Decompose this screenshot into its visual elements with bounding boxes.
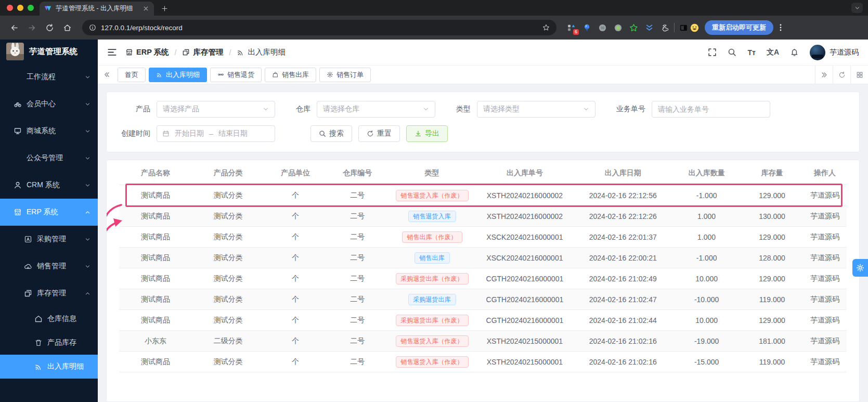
table-row: 测试商品测试分类个二号采购退货出库（作废）CGTH202402160000012… bbox=[119, 310, 847, 331]
plus-icon bbox=[161, 5, 168, 12]
sidebar-item-产品库存[interactable]: 产品库存 bbox=[0, 331, 98, 355]
type-select[interactable]: 请选择类型 bbox=[477, 101, 595, 118]
chevron-down-icon bbox=[85, 237, 90, 242]
breadcrumb-item[interactable]: ERP 系统 bbox=[125, 47, 169, 57]
sidebar-item-ERP 系统[interactable]: ERP 系统 bbox=[0, 199, 98, 226]
breadcrumb-item[interactable]: 库存管理 bbox=[182, 47, 223, 57]
forward-button[interactable] bbox=[24, 20, 40, 35]
ext-grid-icon[interactable]: 6 bbox=[566, 22, 577, 33]
browser-tab[interactable]: 芋道管理系统 - 出入库明细 bbox=[40, 2, 154, 16]
browser-update-button[interactable]: 重新启动即可更新 bbox=[705, 20, 773, 35]
sidebar-item-label: 公众号管理 bbox=[27, 153, 85, 163]
grid-icon bbox=[856, 71, 863, 79]
cell: 二号 bbox=[327, 268, 388, 289]
search-button[interactable]: 搜索 bbox=[310, 125, 352, 142]
bookmark-star-icon[interactable] bbox=[542, 24, 550, 31]
tab-首页[interactable]: 首页 bbox=[118, 68, 146, 82]
warehouse-select[interactable]: 请选择仓库 bbox=[317, 101, 435, 118]
ext-green-circle-icon[interactable] bbox=[613, 22, 624, 33]
export-button[interactable]: 导出 bbox=[406, 125, 448, 142]
sidebar-item-会员中心[interactable]: 会员中心 bbox=[0, 90, 98, 118]
main: ERP 系统/库存管理/出入库明细 Tт 文A 芋道源码 首页出入库明细销售退货… bbox=[98, 40, 868, 402]
stock-record-icon bbox=[34, 362, 43, 371]
sidebar-item-采购管理[interactable]: 采购管理 bbox=[0, 226, 98, 253]
split-screen-icon[interactable] bbox=[678, 22, 689, 33]
ext-gray-circle-icon[interactable]: 96 bbox=[597, 22, 608, 33]
sidebar-item-工作流程[interactable]: 工作流程 bbox=[0, 63, 98, 90]
sidebar-logo-row[interactable]: 芋道管理系统 bbox=[0, 40, 98, 63]
ext-pin-icon[interactable] bbox=[581, 22, 592, 33]
column-header-产品名称: 产品名称 bbox=[119, 160, 192, 185]
scroll-tabs-left-button[interactable] bbox=[98, 71, 115, 78]
scroll-tabs-right-button[interactable] bbox=[815, 66, 833, 84]
sidebar-item-label: 产品库存 bbox=[47, 338, 90, 347]
fullscreen-icon[interactable] bbox=[708, 48, 717, 57]
ext-green-star-icon[interactable] bbox=[628, 22, 639, 33]
type-cell: 销售退货入库（作废） bbox=[388, 185, 476, 206]
arrow-left-icon bbox=[10, 23, 19, 32]
gear-icon bbox=[856, 264, 864, 272]
sidebar-item-商城系统[interactable]: 商城系统 bbox=[0, 118, 98, 145]
sidebar-item-销售管理[interactable]: 销售管理 bbox=[0, 253, 98, 280]
sidebar-item-库存管理[interactable]: 库存管理 bbox=[0, 280, 98, 307]
sidebar-item-CRM 系统[interactable]: CRM 系统 bbox=[0, 172, 98, 199]
chevron-down-icon bbox=[85, 155, 90, 161]
tab-销售订单[interactable]: 销售订单 bbox=[319, 68, 371, 82]
sidebar-item-label: 出入库明细 bbox=[47, 362, 90, 371]
notification-bell-icon[interactable] bbox=[790, 48, 799, 57]
type-tag: 采购退货出库 bbox=[408, 294, 456, 305]
font-size-icon[interactable]: Tт bbox=[747, 48, 755, 57]
refresh-page-button[interactable] bbox=[833, 66, 850, 84]
profile-avatar[interactable] bbox=[689, 22, 700, 33]
biz-no-input[interactable] bbox=[652, 101, 770, 118]
browser-menu-icon[interactable] bbox=[776, 23, 785, 32]
search-icon[interactable] bbox=[728, 48, 736, 57]
type-tag: 销售退货入库（作废） bbox=[396, 335, 469, 347]
close-tab-icon[interactable] bbox=[142, 5, 149, 12]
type-cell: 销售退货入库（作废） bbox=[388, 352, 476, 372]
cell: 测试商品 bbox=[119, 268, 192, 289]
tab-销售退货[interactable]: 销售退货 bbox=[210, 68, 262, 82]
tab-出入库明细[interactable]: 出入库明细 bbox=[149, 68, 207, 82]
theme-settings-button[interactable] bbox=[852, 259, 868, 277]
tab-label: 首页 bbox=[125, 70, 138, 80]
tab-search-button[interactable] bbox=[851, 3, 863, 13]
cell: 119.000 bbox=[741, 352, 803, 372]
collapse-sidebar-icon[interactable] bbox=[107, 47, 117, 57]
refresh-icon bbox=[367, 130, 374, 137]
chevron-down-icon bbox=[85, 74, 90, 80]
site-info-icon[interactable] bbox=[89, 24, 96, 31]
user-menu[interactable]: 芋道源码 bbox=[810, 45, 859, 60]
breadcrumb-separator: / bbox=[174, 48, 178, 57]
content: 产品 请选择产品 仓库 请选择仓库 bbox=[98, 84, 868, 402]
create-time-range-picker[interactable]: 开始日期 – 结束日期 bbox=[157, 125, 275, 142]
cell: -1.000 bbox=[672, 185, 741, 206]
extension-badge: 6 bbox=[573, 29, 579, 35]
address-bar[interactable]: 127.0.0.1/erp/stock/record bbox=[82, 20, 556, 35]
sidebar-item-出入库明细[interactable]: 出入库明细 bbox=[0, 355, 98, 379]
tab-销售出库[interactable]: 销售出库 bbox=[265, 68, 316, 82]
maximize-window-button[interactable] bbox=[28, 5, 34, 11]
cell: 二号 bbox=[327, 227, 388, 248]
type-tag: 采购退货出库（作废） bbox=[396, 273, 469, 284]
minimize-window-button[interactable] bbox=[17, 5, 23, 11]
breadcrumb-item[interactable]: 出入库明细 bbox=[237, 47, 286, 57]
reload-button[interactable] bbox=[42, 20, 57, 35]
product-select[interactable]: 请选择产品 bbox=[157, 101, 275, 118]
table-card: 产品名称产品分类产品单位仓库编号类型出入库单号出入库日期出入库数量库存量操作人 … bbox=[106, 160, 860, 402]
cell: -15.000 bbox=[672, 352, 741, 372]
close-window-button[interactable] bbox=[7, 5, 13, 11]
export-button-label: 导出 bbox=[425, 129, 439, 138]
reset-button[interactable]: 重置 bbox=[358, 125, 400, 142]
sidebar-item-仓库信息[interactable]: 仓库信息 bbox=[0, 307, 98, 331]
puzzle-icon[interactable] bbox=[659, 22, 670, 33]
cell: 119.000 bbox=[741, 289, 803, 310]
sidebar-item-公众号管理[interactable]: 公众号管理 bbox=[0, 145, 98, 172]
locale-icon[interactable]: 文A bbox=[767, 48, 779, 57]
back-button[interactable] bbox=[6, 20, 22, 35]
layout-grid-button[interactable] bbox=[850, 66, 868, 84]
new-tab-button[interactable] bbox=[158, 2, 171, 15]
ext-chevrons-icon[interactable] bbox=[644, 22, 655, 33]
home-button[interactable] bbox=[59, 20, 75, 35]
cell: 个 bbox=[265, 248, 327, 268]
